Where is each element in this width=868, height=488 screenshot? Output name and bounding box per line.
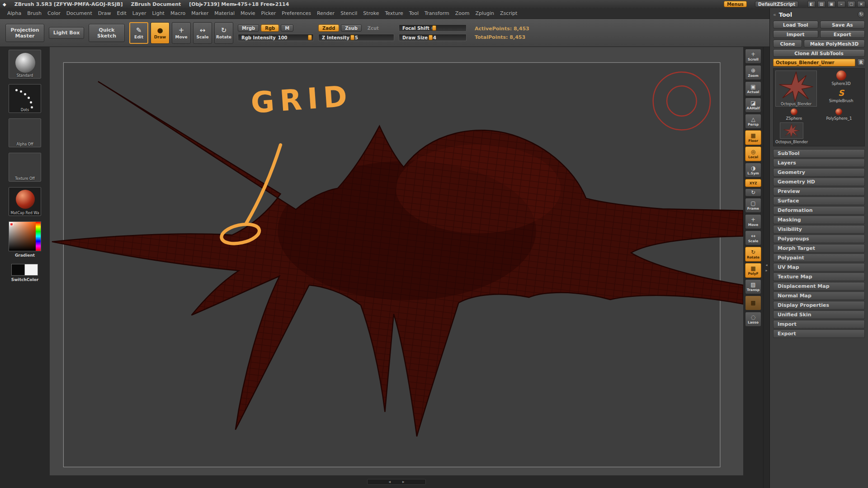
texture-selector[interactable]: Texture Off (9, 153, 41, 182)
projection-master-button[interactable]: Projection Master (5, 24, 44, 42)
spin-button[interactable]: ↻ (745, 188, 761, 197)
maximize-icon-button[interactable]: ▢ (847, 1, 855, 7)
polyframe-button[interactable]: ▦ PolyF (745, 263, 761, 278)
switch-color-label[interactable]: SwitchColor (11, 277, 38, 282)
divider-left-icon[interactable]: ◂ (765, 263, 767, 267)
material-shelf-button[interactable]: ▩ (745, 296, 761, 310)
light-box-button[interactable]: Light Box (49, 27, 84, 39)
section-displacement-map[interactable]: Displacement Map (773, 282, 865, 291)
menu-item-macro[interactable]: Macro (170, 10, 185, 16)
saturation-value-square[interactable] (9, 222, 36, 251)
aahalf-button[interactable]: ◪ AAHalf (745, 98, 761, 113)
current-tool-button[interactable]: Octopus_Blender_Unwr (773, 59, 855, 66)
scroll-button[interactable]: + Scroll (745, 49, 761, 64)
secondary-color-swatch[interactable] (24, 264, 38, 276)
frame-button[interactable]: ▢ Frame (745, 198, 761, 213)
xyz-button[interactable]: XYZ (745, 179, 761, 187)
section-import[interactable]: Import (773, 320, 865, 328)
section-export[interactable]: Export (773, 329, 865, 338)
restore-button[interactable]: R (857, 59, 865, 66)
menu-item-alpha[interactable]: Alpha (7, 10, 21, 16)
section-normal-map[interactable]: Normal Map (773, 291, 865, 300)
divider-right-icon[interactable]: ▸ (765, 268, 767, 272)
zsub-button[interactable]: Zsub (341, 24, 361, 32)
section-masking[interactable]: Masking (773, 216, 865, 224)
import-button[interactable]: Import (773, 30, 818, 38)
draw-size-slider[interactable]: Draw Size 64 (399, 34, 467, 41)
zcut-button[interactable]: Zcut (363, 24, 383, 32)
tool-thumb-polysphere[interactable]: PolySphere_1 (826, 108, 852, 121)
menu-item-light[interactable]: Light (152, 10, 164, 16)
section-polygroups[interactable]: Polygroups (773, 235, 865, 243)
palette-refresh-icon[interactable]: ↻ (858, 11, 865, 18)
menu-item-edit[interactable]: Edit (117, 10, 127, 16)
menu-item-texture[interactable]: Texture (385, 10, 403, 16)
menu-item-stroke[interactable]: Stroke (363, 10, 379, 16)
menu-item-marker[interactable]: Marker (191, 10, 208, 16)
save-as-button[interactable]: Save As (820, 21, 865, 28)
tool-thumb-octopus-small[interactable]: Octopus_Blender (775, 122, 808, 144)
section-display-properties[interactable]: Display Properties (773, 301, 865, 310)
make-polymesh3d-button[interactable]: Make PolyMesh3D (804, 40, 865, 47)
section-unified-skin[interactable]: Unified Skin (773, 310, 865, 319)
section-geometry[interactable]: Geometry (773, 168, 865, 177)
menu-item-zoom[interactable]: Zoom (455, 10, 470, 16)
gradient-label[interactable]: Gradient (15, 253, 35, 258)
transp-button[interactable]: ▨ Transp (745, 279, 761, 294)
tool-thumb-zsphere[interactable]: ZSphere (786, 108, 802, 121)
section-texture-map[interactable]: Texture Map (773, 272, 865, 281)
menu-item-document[interactable]: Document (66, 10, 92, 16)
scale3d-button[interactable]: ↔ Scale (745, 230, 761, 245)
section-uv-map[interactable]: UV Map (773, 263, 865, 272)
persp-button[interactable]: △ Persp (745, 114, 761, 129)
menu-item-brush[interactable]: Brush (27, 10, 42, 16)
lock-icon-button[interactable]: ▣ (827, 1, 835, 7)
menu-item-layer[interactable]: Layer (132, 10, 146, 16)
menu-item-render[interactable]: Render (317, 10, 335, 16)
menu-item-color[interactable]: Color (47, 10, 61, 16)
hue-strip[interactable] (36, 222, 41, 251)
rotate3d-button[interactable]: ↻ Rotate (745, 247, 761, 262)
section-preview[interactable]: Preview (773, 187, 865, 196)
menus-button[interactable]: Menus (724, 1, 747, 7)
tool-thumb-octopus-blender[interactable]: Octopus_Blender (775, 70, 817, 107)
edit-mode-button[interactable]: ✎ Edit (129, 22, 148, 44)
floor-button[interactable]: ▦ Floor (745, 130, 761, 145)
actual-button[interactable]: ▣ Actual (745, 81, 761, 96)
menu-item-material[interactable]: Material (214, 10, 235, 16)
main-color-swatch[interactable] (11, 264, 25, 276)
rgb-button[interactable]: Rgb (261, 24, 279, 32)
menu-item-movie[interactable]: Movie (241, 10, 255, 16)
rotate-mode-button[interactable]: ↻ Rotate (214, 22, 233, 44)
rgb-intensity-slider[interactable]: Rgb Intensity 100 (238, 34, 314, 41)
menu-item-draw[interactable]: Draw (98, 10, 111, 16)
mrgb-button[interactable]: Mrgb (238, 24, 259, 32)
section-visibility[interactable]: Visibility (773, 225, 865, 234)
menu-item-preferences[interactable]: Preferences (282, 10, 311, 16)
menu-item-picker[interactable]: Picker (261, 10, 276, 16)
brush-selector[interactable]: Standard (9, 50, 41, 79)
tool-thumb-simplebrush[interactable]: S SimpleBrush (820, 89, 863, 103)
scroll-right-icon[interactable]: ▸ (402, 479, 405, 484)
color-picker[interactable] (9, 221, 41, 251)
menu-item-stencil[interactable]: Stencil (340, 10, 357, 16)
quick-sketch-button[interactable]: Quick Sketch (89, 24, 125, 42)
lsym-button[interactable]: ◑ L.Sym (745, 163, 761, 178)
close-icon-button[interactable]: × (857, 1, 865, 7)
move3d-button[interactable]: + Move (745, 214, 761, 229)
material-selector[interactable]: MatCap Red Wa (9, 187, 41, 216)
menu-item-transform[interactable]: Transform (425, 10, 449, 16)
focal-shift-slider[interactable]: Focal Shift 0 (399, 24, 467, 32)
section-geometry-hd[interactable]: Geometry HD (773, 178, 865, 186)
panel-icon-button[interactable]: ▤ (817, 1, 826, 7)
draw-mode-button[interactable]: ● Draw (151, 22, 170, 44)
menu-item-tool[interactable]: Tool (409, 10, 419, 16)
m-button[interactable]: M (281, 24, 293, 32)
clone-all-subtools-button[interactable]: Clone All SubTools (773, 49, 865, 57)
scale-mode-button[interactable]: ↔ Scale (193, 22, 212, 44)
section-polypaint[interactable]: Polypaint (773, 253, 865, 262)
menu-item-zscript[interactable]: Zscript (500, 10, 517, 16)
stroke-selector[interactable]: Dots (9, 84, 41, 113)
scroll-left-icon[interactable]: ◂ (388, 479, 391, 484)
zoom-button[interactable]: ⊕ Zoom (745, 65, 761, 80)
